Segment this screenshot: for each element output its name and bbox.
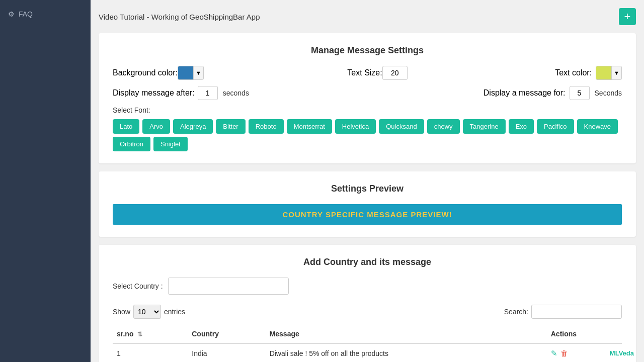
bg-color-picker[interactable]: ▼ — [178, 66, 204, 80]
entries-label: entries — [164, 308, 185, 316]
text-color-arrow[interactable]: ▼ — [611, 66, 621, 80]
select-country-row: Select Country : — [113, 278, 622, 295]
settings-row-1: Background color: ▼ Text Size: Text colo… — [113, 66, 622, 80]
font-btn-roboto[interactable]: Roboto — [249, 119, 284, 134]
font-btn-exo[interactable]: Exo — [509, 119, 534, 134]
show-label: Show — [113, 308, 130, 316]
country-select-input[interactable] — [168, 278, 289, 295]
display-after-input[interactable] — [198, 86, 218, 100]
delete-icon[interactable]: 🗑 — [560, 349, 568, 358]
message-settings-card: Manage Message Settings Background color… — [99, 33, 636, 163]
table-head: sr.no ⇅ Country Message Actions — [113, 325, 622, 343]
add-country-card: Add Country and its message Select Count… — [99, 245, 636, 362]
settings-preview-card: Settings Preview COUNTRY SPECIFIC MESSAG… — [99, 171, 636, 237]
header-bar: Video Tutorial - Working of GeoShippingB… — [99, 8, 636, 25]
text-color-swatch — [596, 66, 611, 80]
font-buttons-container: LatoArvoAlegreyaBitterRobotoMontserratHe… — [113, 119, 622, 151]
display-after-unit: seconds — [223, 89, 249, 97]
display-for-unit: Seconds — [595, 89, 622, 97]
font-btn-arvo[interactable]: Arvo — [142, 119, 170, 134]
mlveda-footer: MLVeda — [610, 349, 634, 357]
font-btn-knewave[interactable]: Knewave — [577, 119, 618, 134]
display-for-label: Display a message for: — [484, 88, 566, 98]
select-country-label: Select Country : — [113, 282, 163, 290]
font-btn-bitter[interactable]: Bitter — [216, 119, 245, 134]
gear-icon: ⚙ — [8, 10, 15, 18]
settings-preview-title: Settings Preview — [113, 184, 622, 194]
font-btn-tangerine[interactable]: Tangerine — [463, 119, 506, 134]
select-font-label: Select Font: — [113, 106, 622, 114]
font-btn-alegreya[interactable]: Alegreya — [173, 119, 213, 134]
font-btn-sniglet[interactable]: Sniglet — [153, 137, 188, 151]
col-actions: Actions — [547, 325, 622, 343]
sidebar: ⚙ FAQ — [0, 0, 91, 362]
display-for-input[interactable] — [570, 86, 590, 100]
search-label: Search: — [504, 308, 528, 316]
country-table: sr.no ⇅ Country Message Actions 1 — [113, 325, 622, 362]
text-size-input[interactable] — [382, 66, 408, 80]
add-button[interactable]: + — [619, 8, 636, 25]
text-color-label: Text color: — [555, 68, 592, 77]
display-after-section: Display message after: seconds — [113, 86, 249, 100]
table-row: 1 India Diwali sale ! 5% off on all the … — [113, 343, 622, 362]
col-srno: sr.no ⇅ — [113, 325, 188, 343]
bg-color-swatch — [178, 66, 193, 80]
font-btn-quicksand[interactable]: Quicksand — [379, 119, 424, 134]
message-settings-title: Manage Message Settings — [113, 45, 622, 56]
cell-message: Diwali sale ! 5% off on all the products — [266, 343, 547, 362]
text-color-section: Text color: ▼ — [555, 66, 622, 80]
font-btn-lato[interactable]: Lato — [113, 119, 139, 134]
search-row: Search: — [504, 305, 622, 319]
cell-srno: 1 — [113, 343, 188, 362]
cell-country: India — [188, 343, 265, 362]
text-size-label: Text Size: — [347, 68, 382, 77]
font-btn-orbitron[interactable]: Orbitron — [113, 137, 150, 151]
display-for-section: Display a message for: Seconds — [484, 86, 622, 100]
text-color-picker[interactable]: ▼ — [596, 66, 622, 80]
table-body: 1 India Diwali sale ! 5% off on all the … — [113, 343, 622, 362]
search-input[interactable] — [531, 305, 622, 319]
sidebar-item-label: FAQ — [19, 10, 33, 18]
font-btn-helvetica[interactable]: Helvetica — [335, 119, 376, 134]
table-controls: Show 10 25 50 entries Search: — [113, 305, 622, 319]
main-content: Video Tutorial - Working of GeoShippingB… — [91, 0, 644, 362]
add-country-title: Add Country and its message — [113, 257, 622, 267]
entries-select[interactable]: 10 25 50 — [133, 305, 161, 319]
col-country: Country — [188, 325, 265, 343]
edit-icon[interactable]: ✎ — [551, 349, 557, 358]
settings-row-2: Display message after: seconds Display a… — [113, 86, 622, 100]
show-entries-section: Show 10 25 50 entries — [113, 305, 185, 319]
preview-bar: COUNTRY SPECIFIC MESSAGE PREVIEW! — [113, 204, 622, 225]
font-btn-montserrat[interactable]: Montserrat — [287, 119, 332, 134]
page-title: Video Tutorial - Working of GeoShippingB… — [99, 13, 260, 21]
sidebar-item-faq[interactable]: ⚙ FAQ — [0, 5, 91, 23]
col-message: Message — [266, 325, 547, 343]
sort-icon-srno: ⇅ — [137, 331, 142, 338]
text-size-section: Text Size: — [347, 66, 411, 80]
bg-color-arrow[interactable]: ▼ — [193, 66, 203, 80]
display-after-label: Display message after: — [113, 88, 195, 98]
bg-color-label: Background color: — [113, 68, 178, 77]
bg-color-section: Background color: ▼ — [113, 66, 204, 80]
font-btn-pacifico[interactable]: Pacifico — [537, 119, 574, 134]
font-btn-chewy[interactable]: chewy — [427, 119, 460, 134]
table-header-row: sr.no ⇅ Country Message Actions — [113, 325, 622, 343]
